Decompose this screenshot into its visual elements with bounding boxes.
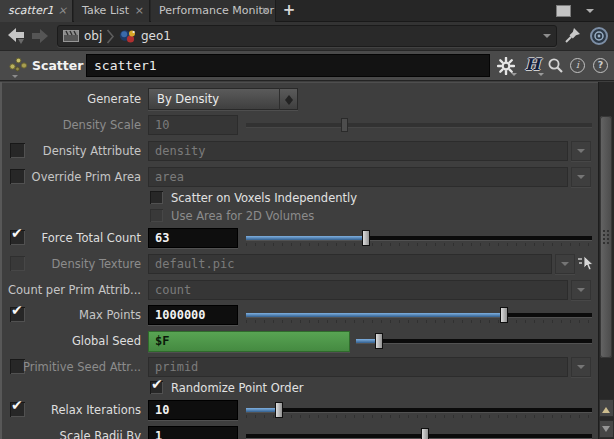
node-type-label: Scatter — [32, 51, 83, 80]
path-separator-chevron-icon — [106, 29, 115, 44]
chevron-down-icon — [577, 149, 585, 157]
slider-ticks — [246, 415, 592, 418]
use-area-2d-checkbox — [150, 209, 163, 222]
param-label-max-points: Max Points — [0, 304, 141, 326]
node-name-input[interactable]: scatter1 — [86, 54, 490, 77]
override-prim-area-field: area — [148, 167, 568, 187]
generate-dropdown[interactable]: By Density — [148, 88, 298, 110]
count-per-prim-menu-button — [571, 280, 591, 300]
path-segment-obj[interactable]: obj — [84, 26, 102, 46]
param-label-override-prim-area: Override Prim Area — [0, 166, 141, 188]
scale-radii-by-slider-handle[interactable] — [421, 428, 429, 439]
primitive-seed-attr-menu-button — [571, 357, 591, 377]
param-label-density-texture: Density Texture — [0, 253, 141, 275]
param-label-use-area-2d: Use Area for 2D Volumes — [171, 208, 314, 224]
density-attribute-field: density — [148, 141, 568, 161]
path-history-caret-icon[interactable] — [543, 34, 551, 42]
forward-button[interactable] — [31, 28, 49, 44]
param-label-density-attribute: Density Attribute — [0, 140, 141, 162]
density-texture-field: default.pic — [148, 254, 552, 274]
pin-icon[interactable] — [564, 27, 581, 44]
max-points-slider-handle[interactable] — [500, 307, 508, 323]
relax-iterations-slider[interactable] — [246, 408, 592, 412]
scatter-node-icon[interactable] — [8, 56, 29, 73]
param-label-randomize-point-order: Randomize Point Order — [171, 380, 303, 396]
relax-iterations-field[interactable]: 10 — [148, 400, 238, 420]
primitive-seed-attr-field: primid — [148, 357, 568, 377]
gear-menu-caret-icon — [511, 73, 517, 79]
check-icon: ✔ — [151, 376, 163, 392]
file-chooser-cursor-icon[interactable] — [577, 254, 596, 273]
max-points-field[interactable]: 1000000 — [148, 305, 238, 325]
relax-iterations-slider-handle[interactable] — [275, 402, 283, 418]
scroll-down-button[interactable] — [599, 420, 614, 438]
path-segment-geo1[interactable]: geo1 — [141, 26, 171, 46]
override-prim-area-menu-button — [571, 167, 591, 187]
force-total-count-slider-handle[interactable] — [362, 230, 370, 246]
obj-network-icon — [63, 29, 79, 43]
generate-dropdown-value: By Density — [157, 92, 219, 106]
param-label-primitive-seed-attr: Primitive Seed Attr... — [0, 356, 141, 378]
density-texture-menu-button — [555, 254, 575, 274]
max-points-slider-fill — [246, 313, 503, 317]
node-type-caret-icon — [12, 75, 18, 81]
triangle-up-icon — [602, 403, 610, 413]
scale-radii-by-slider[interactable] — [246, 434, 592, 438]
network-path-field[interactable]: obj geo1 — [57, 25, 557, 47]
global-seed-slider-handle[interactable] — [375, 333, 383, 349]
info-icon[interactable]: i — [570, 58, 585, 73]
close-icon[interactable]: × — [58, 0, 67, 22]
slider-ticks — [246, 243, 592, 246]
close-icon[interactable]: × — [135, 0, 144, 22]
houdini-parameter-pane-window: scatter1 × Take List × Performance Monit… — [0, 0, 614, 439]
geometry-icon — [119, 28, 137, 44]
scroll-up-button[interactable] — [599, 399, 614, 417]
global-seed-field[interactable]: $F — [148, 331, 350, 352]
node-header: Scatter scatter1 H i ? — [0, 51, 614, 81]
chevron-down-icon — [577, 175, 585, 183]
target-link-icon[interactable] — [588, 25, 610, 47]
global-seed-slider[interactable] — [356, 339, 592, 343]
scatter-on-voxels-checkbox[interactable] — [150, 191, 163, 204]
force-total-count-field[interactable]: 63 — [148, 228, 238, 248]
pane-layout-icon[interactable] — [557, 6, 570, 16]
scale-radii-by-field[interactable]: 1 — [148, 426, 238, 439]
tab-label: scatter1 — [8, 4, 53, 17]
network-nav-bar: obj geo1 — [0, 22, 614, 51]
pane-top-highlight — [0, 82, 598, 83]
param-label-relax-iterations: Relax Iterations — [0, 399, 141, 421]
tab-performance-monitor[interactable]: Performance Monitor × — [151, 0, 276, 22]
pane-menu-caret-icon[interactable] — [586, 9, 594, 17]
randomize-point-order-checkbox[interactable]: ✔ — [150, 381, 163, 394]
tab-scatter1[interactable]: scatter1 × — [0, 0, 73, 22]
pane-tab-bar: scatter1 × Take List × Performance Monit… — [0, 0, 614, 22]
density-scale-field: 10 — [148, 115, 238, 135]
tab-label: Take List — [82, 4, 129, 17]
tab-take-list[interactable]: Take List × — [74, 0, 150, 22]
density-scale-slider-handle — [341, 118, 348, 132]
param-label-force-total-count: Force Total Count — [0, 227, 141, 249]
slider-ticks — [246, 320, 592, 323]
density-scale-slider — [246, 123, 592, 127]
back-button[interactable] — [7, 27, 27, 45]
close-icon[interactable]: × — [261, 0, 270, 22]
relax-iterations-slider-fill — [246, 408, 278, 412]
force-total-count-slider-fill — [246, 236, 366, 240]
param-label-scatter-on-voxels: Scatter on Voxels Independently — [171, 190, 357, 206]
scrollbar-thumb-grip-icon — [602, 229, 610, 244]
param-label-count-per-prim: Count per Prim Attrib... — [0, 279, 141, 301]
help-icon[interactable]: ? — [593, 58, 608, 73]
triangle-down-icon — [602, 426, 610, 436]
param-label-density-scale: Density Scale — [0, 114, 141, 136]
houdini-badge-icon[interactable]: H — [525, 55, 540, 74]
dropdown-spinner-icon — [279, 88, 298, 110]
search-icon[interactable] — [547, 57, 564, 74]
new-tab-button[interactable]: + — [279, 0, 299, 22]
param-label-global-seed: Global Seed — [0, 330, 141, 352]
chevron-down-icon — [577, 288, 585, 296]
houdini-menu-caret-icon — [538, 73, 544, 79]
chevron-down-icon — [577, 365, 585, 373]
chevron-down-icon — [561, 262, 569, 270]
param-label-scale-radii-by: Scale Radii By — [0, 425, 141, 439]
param-label-generate: Generate — [0, 88, 141, 110]
